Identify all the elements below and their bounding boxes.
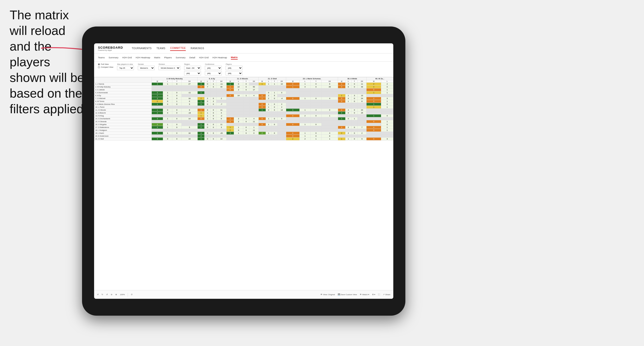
matrix-cell	[204, 129, 210, 132]
full-view-radio[interactable]	[98, 63, 100, 65]
matrix-cell	[351, 135, 357, 138]
matrix-cell: 1	[272, 83, 277, 86]
share-button[interactable]: ↗ Share	[383, 294, 390, 296]
matrix-cell	[322, 91, 338, 94]
zoom-in-button[interactable]: ⊕	[115, 294, 117, 296]
players-select[interactable]: (All)	[226, 66, 242, 70]
nav-committee[interactable]: COMMITTEE	[170, 46, 186, 51]
compact-view-option[interactable]: Compact View	[98, 66, 113, 68]
sub-nav-h2h-heatmap2[interactable]: H2H Heatmap	[212, 56, 227, 59]
conference-sub-select[interactable]: (All)	[205, 71, 222, 75]
matrix-cell	[286, 91, 300, 94]
matrix-cell: 8	[357, 100, 366, 103]
player-name-cell: 9. A Maria Jimenez Rios	[94, 103, 152, 106]
max-players-select[interactable]: Top 25	[117, 66, 134, 70]
matrix-cell: 1	[226, 83, 234, 86]
division-select[interactable]: NCAA Division II	[158, 66, 180, 70]
matrix-cell: 1	[286, 86, 300, 88]
matrix-cell: 0	[163, 97, 172, 100]
zoom-out-button[interactable]: ⊖	[111, 294, 112, 296]
matrix-cell	[226, 100, 234, 103]
matrix-cell: 1	[204, 114, 210, 117]
matrix-cell: 0	[366, 138, 381, 141]
sub-nav-h2h-grid[interactable]: H2H Grid	[122, 56, 132, 59]
fullscreen-button[interactable]: ⛶	[378, 294, 380, 296]
matrix-cell: 1	[381, 88, 393, 91]
matrix-cell	[259, 86, 266, 88]
matrix-cell: 0	[204, 138, 210, 141]
sh-l6: L	[345, 80, 351, 83]
compact-view-radio[interactable]	[98, 66, 100, 68]
settings-button[interactable]: ⚙ ▾	[372, 294, 375, 296]
matrix-cell: 3	[351, 94, 357, 97]
reset-button[interactable]: ↺	[106, 294, 108, 296]
matrix-cell: 11	[216, 109, 226, 112]
matrix-cell	[351, 103, 357, 106]
redo-button[interactable]: ↻	[102, 294, 103, 296]
sub-nav-summary2[interactable]: Summary	[176, 56, 186, 59]
matrix-cell: 1	[234, 126, 243, 129]
matrix-cell: 0	[272, 123, 277, 126]
undo-button[interactable]: ↺	[97, 294, 99, 296]
matrix-cell	[266, 126, 272, 129]
clock-button[interactable]: ⏱	[131, 294, 133, 296]
matrix-area[interactable]: 2. M Kelly Mulcahy 6. A Dy 11. G Woods 2…	[94, 77, 393, 290]
matrix-cell	[351, 123, 357, 126]
matrix-cell: 0	[310, 135, 322, 138]
matrix-cell: 0	[366, 88, 381, 91]
col-header-schumac: 23. L Marie Schumac.	[286, 77, 338, 80]
nav-tournaments[interactable]: TOURNAMENTS	[132, 46, 152, 51]
region-select[interactable]: East - DII	[184, 66, 201, 70]
region-filter: Region East - DII (All)	[184, 63, 201, 75]
matrix-cell	[345, 106, 351, 109]
zoom-level: 100%	[120, 294, 125, 296]
sub-nav-players[interactable]: Players	[164, 56, 172, 59]
matrix-cell	[278, 112, 286, 114]
sub-nav-detail[interactable]: Detail	[190, 56, 195, 59]
matrix-cell	[381, 135, 393, 138]
sub-nav-teams[interactable]: Teams	[98, 56, 105, 59]
matrix-cell	[216, 91, 226, 94]
matrix-cell: 1	[152, 109, 163, 112]
matrix-cell: 4	[216, 112, 226, 114]
sh-d4: Dif	[278, 80, 286, 83]
matrix-cell	[272, 112, 277, 114]
matrix-cell: 2	[338, 109, 346, 112]
watch-button[interactable]: 👁 Watch ▾	[360, 294, 369, 296]
sh-w6: W	[338, 80, 346, 83]
sub-nav-h2h-grid2[interactable]: H2H Grid	[199, 56, 209, 59]
matrix-cell: 2	[152, 123, 163, 126]
matrix-cell	[278, 138, 286, 141]
player-name-cell: 10. L Perini	[94, 106, 152, 109]
matrix-cell	[210, 129, 216, 132]
matrix-cell	[345, 129, 351, 132]
players-sub-select[interactable]: (All)	[226, 71, 242, 75]
matrix-cell: 0	[234, 129, 243, 132]
sh-w2: W	[197, 80, 204, 83]
matrix-cell: 0	[204, 123, 210, 126]
matrix-cell: 1	[197, 138, 204, 141]
sub-nav-summary[interactable]: Summary	[108, 56, 118, 59]
player-name-cell: 21. O Stoll	[94, 138, 152, 141]
matrix-cell	[338, 91, 346, 94]
matrix-cell	[278, 123, 286, 126]
sub-nav-matrix2[interactable]: Matrix	[231, 55, 238, 59]
matrix-cell: 2	[338, 132, 346, 135]
full-view-option[interactable]: Full View	[98, 63, 113, 65]
gender-select[interactable]: Women's	[138, 66, 155, 70]
nav-rankings[interactable]: RANKINGS	[190, 46, 204, 51]
nav-teams[interactable]: TEAMS	[156, 46, 165, 51]
save-custom-view-button[interactable]: 💾 Save Custom View	[338, 294, 357, 296]
matrix-cell: 4	[249, 117, 259, 120]
matrix-cell: 3	[216, 126, 226, 129]
matrix-cell: 1	[226, 117, 234, 120]
sub-nav-matrix[interactable]: Matrix	[154, 56, 160, 59]
matrix-cell: 5	[272, 94, 277, 97]
table-row: 14. S Srichantamit31014010512040105101	[94, 117, 393, 120]
sub-nav-h2h-heatmap[interactable]: H2H Heatmap	[136, 56, 150, 59]
conference-select[interactable]: (All)	[205, 66, 222, 70]
region-sub-select[interactable]: (All)	[184, 71, 201, 75]
sh-w7: W	[366, 80, 381, 83]
matrix-cell: 0	[204, 83, 210, 86]
view-original-button[interactable]: 👁 View: Original	[320, 294, 335, 296]
